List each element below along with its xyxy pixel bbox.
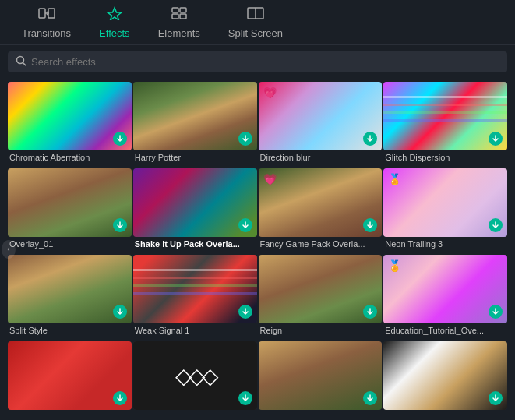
effect-label-fancy-game: Fancy Game Pack Overla... <box>259 239 383 249</box>
search-bar <box>8 51 507 72</box>
download-badge-harry-potter[interactable] <box>238 132 252 146</box>
effect-item-neon-trailing-3[interactable]: 🏅Neon Trailing 3 <box>383 168 507 253</box>
download-badge-row4-4[interactable] <box>489 391 503 405</box>
svg-rect-7 <box>180 14 186 19</box>
premium-badge-direction-blur: 💗 <box>263 86 277 99</box>
effect-thumb-row4-1 <box>8 341 132 410</box>
effect-thumb-inner-row4-1 <box>8 341 132 410</box>
svg-rect-0 <box>39 9 45 18</box>
effect-label-direction-blur: Direction blur <box>259 153 383 162</box>
effect-item-row4-1[interactable] <box>8 341 132 419</box>
nav-item-split-screen[interactable]: Split Screen <box>214 2 297 44</box>
download-badge-direction-blur[interactable] <box>363 132 377 146</box>
effect-label-glitch-dispersion: Glitch Dispersion <box>383 153 507 162</box>
effect-label-chromatic-aberration: Chromatic Aberration <box>8 153 132 162</box>
svg-rect-1 <box>48 9 55 18</box>
premium-badge-education-tutorial: 🏅 <box>388 259 401 272</box>
download-badge-glitch-dispersion[interactable] <box>489 132 503 146</box>
premium-badge-fancy-game: 💗 <box>263 173 277 185</box>
effect-thumb-education-tutorial: 🏅 <box>383 255 507 323</box>
effect-item-fancy-game[interactable]: 💗Fancy Game Pack Overla... <box>259 168 383 253</box>
effect-label-row4-1 <box>8 412 132 419</box>
effect-thumb-inner-row4-4 <box>383 341 507 410</box>
svg-rect-4 <box>172 8 178 12</box>
download-badge-overlay-01[interactable] <box>113 218 127 232</box>
effect-thumb-row4-2 <box>133 341 257 410</box>
nav-label-effects: Effects <box>99 27 130 39</box>
effect-label-neon-trailing-3: Neon Trailing 3 <box>383 239 507 249</box>
elements-icon <box>171 6 188 24</box>
download-badge-chromatic-aberration[interactable] <box>113 132 127 146</box>
effect-thumb-split-style <box>8 255 132 323</box>
effect-item-row4-4[interactable] <box>383 341 507 419</box>
effect-thumb-fancy-game: 💗 <box>259 168 383 237</box>
download-badge-shake-it-up[interactable] <box>238 218 252 232</box>
effect-label-education-tutorial: Education_Tutorial_Ove... <box>383 326 507 335</box>
effect-thumb-inner-neon-trailing-3: 🏅 <box>383 168 507 237</box>
nav-label-split-screen: Split Screen <box>228 27 283 39</box>
effect-item-glitch-dispersion[interactable]: Glitch Dispersion <box>383 82 507 167</box>
effect-thumb-direction-blur: 💗 <box>259 82 383 150</box>
download-badge-split-style[interactable] <box>113 305 127 319</box>
effect-thumb-row4-4 <box>383 341 507 410</box>
effect-item-education-tutorial[interactable]: 🏅Education_Tutorial_Ove... <box>383 255 507 340</box>
effect-label-row4-4 <box>383 412 507 419</box>
effect-thumb-neon-trailing-3: 🏅 <box>383 168 507 237</box>
svg-rect-5 <box>180 8 186 12</box>
effect-label-harry-potter: Harry Potter <box>133 153 257 162</box>
effect-label-reign: Reign <box>259 326 383 335</box>
effect-thumb-overlay-01 <box>8 168 132 237</box>
effect-thumb-inner-reign <box>259 255 383 323</box>
nav-item-elements[interactable]: Elements <box>144 2 214 44</box>
premium-badge-neon-trailing-3: 🏅 <box>388 173 401 185</box>
svg-rect-6 <box>172 14 178 19</box>
download-badge-row4-3[interactable] <box>363 391 377 405</box>
effect-label-weak-signal-1: Weak Signal 1 <box>133 326 257 335</box>
effect-item-weak-signal-1[interactable]: Weak Signal 1 <box>133 255 257 340</box>
effect-thumb-inner-fancy-game: 💗 <box>259 168 383 237</box>
effect-thumb-inner-split-style <box>8 255 132 323</box>
effect-item-shake-it-up[interactable]: Shake It Up Pack Overla... <box>133 168 257 253</box>
download-badge-row4-2[interactable] <box>238 391 252 405</box>
download-badge-education-tutorial[interactable] <box>489 305 503 319</box>
search-input[interactable] <box>31 56 499 68</box>
effect-thumb-glitch-dispersion <box>383 82 507 150</box>
download-badge-neon-trailing-3[interactable] <box>489 218 503 232</box>
effect-label-split-style: Split Style <box>8 326 132 335</box>
effect-thumb-inner-row4-3 <box>259 341 383 410</box>
nav-item-effects[interactable]: Effects <box>85 2 144 44</box>
download-badge-fancy-game[interactable] <box>363 218 377 232</box>
svg-marker-3 <box>108 8 122 20</box>
effects-icon <box>106 6 123 24</box>
download-badge-weak-signal-1[interactable] <box>238 305 252 319</box>
side-arrow[interactable]: ‹ <box>2 240 16 259</box>
effect-item-split-style[interactable]: Split Style <box>8 255 132 340</box>
effect-item-overlay-01[interactable]: Overlay_01 <box>8 168 132 253</box>
effect-item-reign[interactable]: Reign <box>259 255 383 340</box>
nav-item-transitions[interactable]: Transitions <box>8 2 85 44</box>
download-badge-reign[interactable] <box>363 305 377 319</box>
effect-thumb-row4-3 <box>259 341 383 410</box>
effect-item-row4-2[interactable] <box>133 341 257 419</box>
effect-thumb-inner-weak-signal-1 <box>133 255 257 323</box>
effect-item-direction-blur[interactable]: 💗Direction blur <box>259 82 383 167</box>
nav-label-elements: Elements <box>158 27 200 39</box>
transitions-icon <box>38 6 55 24</box>
download-badge-row4-1[interactable] <box>113 391 127 405</box>
effect-item-harry-potter[interactable]: Harry Potter <box>133 82 257 167</box>
effect-thumb-inner-overlay-01 <box>8 168 132 237</box>
effect-item-row4-3[interactable] <box>259 341 383 419</box>
effect-label-row4-2 <box>133 412 257 419</box>
effect-thumb-inner-direction-blur: 💗 <box>259 82 383 150</box>
effect-item-chromatic-aberration[interactable]: Chromatic Aberration <box>8 82 132 167</box>
effect-thumb-harry-potter <box>133 82 257 150</box>
effect-thumb-chromatic-aberration <box>8 82 132 150</box>
effect-thumb-reign <box>259 255 383 323</box>
nav-label-transitions: Transitions <box>22 27 71 39</box>
effect-thumb-inner-harry-potter <box>133 82 257 150</box>
effect-thumb-inner-row4-2 <box>133 341 257 410</box>
effect-thumb-inner-education-tutorial: 🏅 <box>383 255 507 323</box>
effect-thumb-inner-chromatic-aberration <box>8 82 132 150</box>
effect-label-shake-it-up: Shake It Up Pack Overla... <box>133 239 257 249</box>
effect-thumb-shake-it-up <box>133 168 257 237</box>
